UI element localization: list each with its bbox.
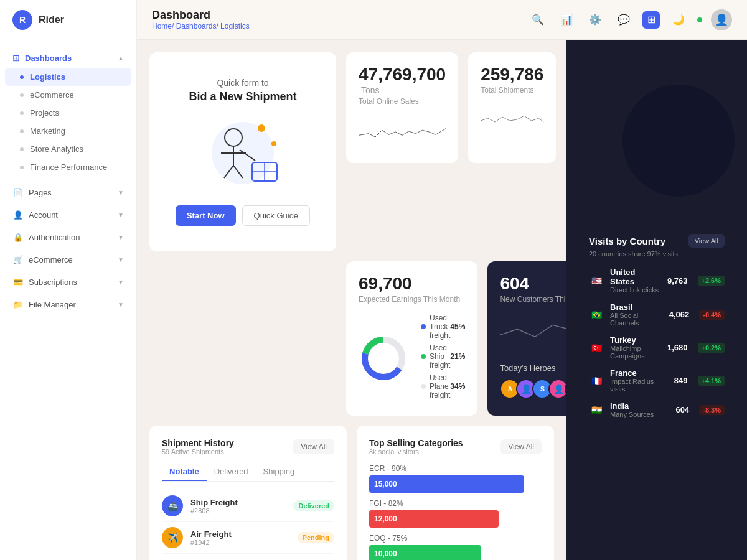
search-icon[interactable]: 🔍 — [528, 10, 548, 30]
visits-header: Visits by Country View All — [589, 234, 725, 248]
dot-marketing — [20, 129, 24, 133]
tab-delivered[interactable]: Delivered — [207, 463, 256, 481]
hero-buttons: Start Now Quick Guide — [176, 205, 310, 226]
hero-card: Quick form to Bid a New Shipment — [149, 52, 336, 251]
shipment-status-1: Pending — [298, 532, 334, 543]
country-info-tr: Turkey Mailchimp Campaigns — [610, 335, 661, 360]
nav-item-logistics[interactable]: Logistics — [5, 68, 131, 86]
logo-name: Rider — [39, 14, 64, 26]
settings-icon[interactable]: ⚙️ — [585, 10, 605, 30]
hero-svg — [193, 116, 293, 190]
country-us: 🇺🇸 United States Direct link clicks 9,76… — [589, 268, 725, 294]
sidebar-nav: ⊞ Dashboards ▲ Logistics eCommerce Proje… — [0, 40, 136, 560]
shipment-item-0: 🚢 Ship Freight #2808 Delivered — [162, 490, 334, 522]
breadcrumb: Home/ Dashboards/ Logistics — [152, 22, 250, 30]
country-visits-in: 604 — [676, 405, 690, 414]
logo-circle: R — [12, 10, 32, 30]
visits-title: Visits by Country — [589, 236, 665, 246]
flag-tr: 🇹🇷 — [589, 342, 604, 353]
dot-store-analytics — [20, 147, 24, 151]
dark-mode-toggle[interactable]: 🌙 — [669, 10, 688, 30]
account-parent[interactable]: 👤 Account ▼ — [0, 203, 136, 226]
flag-in: 🇮🇳 — [589, 404, 604, 416]
tab-shipping[interactable]: Shipping — [256, 463, 303, 481]
top-selling-subtitle: 8k social visitors — [369, 448, 463, 455]
shipment-name-1: Air Freight — [190, 530, 290, 539]
bar-track-2: 10,000 — [369, 545, 481, 560]
earnings-donut-row: Used Truck freight 45% Used Ship freight… — [359, 314, 465, 403]
total-shipments-number: 259,786 — [481, 65, 543, 84]
shipment-item-1: ✈️ Air Freight #1942 Pending — [162, 522, 334, 554]
shipment-header: Shipment History 59 Active Shipments Vie… — [162, 438, 334, 455]
country-change-br: -0.4% — [699, 310, 725, 320]
right-panel-top — [579, 52, 735, 214]
top-row: Quick form to Bid a New Shipment — [149, 52, 554, 251]
shipment-view-all-button[interactable]: View All — [293, 439, 334, 454]
ecommerce-chevron: ▼ — [118, 256, 124, 263]
dashboards-section[interactable]: ⊞ Dashboards ▲ — [0, 48, 136, 68]
start-now-button[interactable]: Start Now — [176, 205, 236, 226]
legend-truck: Used Truck freight 45% — [421, 314, 465, 340]
nav-item-marketing[interactable]: Marketing — [0, 122, 136, 140]
hero-title: Bid a New Shipment — [189, 90, 296, 103]
svg-point-2 — [271, 141, 276, 146]
bar-item-1: FGI - 82% 12,000 — [369, 499, 542, 528]
nav-item-projects[interactable]: Projects — [0, 104, 136, 122]
shipment-title: Shipment History — [162, 438, 234, 448]
earnings-label: Expected Earnings This Month — [359, 295, 465, 304]
bar-item-0: ECR - 90% 15,000 — [369, 464, 542, 493]
authentication-parent[interactable]: 🔒 Authentication ▼ — [0, 226, 136, 248]
country-visits-us: 9,763 — [667, 276, 688, 286]
shipment-status-0: Delivered — [293, 500, 334, 511]
plane-pct: 34% — [450, 382, 465, 391]
bar-label-1: FGI - 82% — [369, 499, 542, 508]
chat-icon[interactable]: 💬 — [614, 10, 634, 30]
quick-guide-button[interactable]: Quick Guide — [242, 205, 311, 226]
top-selling-view-all-button[interactable]: View All — [500, 439, 542, 454]
visits-view-all-button[interactable]: View All — [688, 234, 725, 248]
bar-value-0: 15,000 — [374, 480, 397, 488]
nav-item-store-analytics[interactable]: Store Analytics — [0, 140, 136, 158]
country-source-in: Many Sources — [610, 411, 670, 418]
earnings-card: 69,700 Expected Earnings This Month — [346, 261, 477, 416]
top-selling-card: Top Selling Categories 8k social visitor… — [357, 426, 554, 560]
dot-logistics — [20, 75, 24, 79]
nav-item-ecommerce[interactable]: eCommerce — [0, 86, 136, 104]
shipment-info-1: Air Freight #1942 — [190, 530, 290, 546]
country-change-tr: +0.2% — [698, 343, 725, 353]
pages-parent[interactable]: 📄 Pages ▼ — [0, 181, 136, 203]
chart-icon[interactable]: 📊 — [557, 10, 576, 30]
visits-card: Visits by Country View All 20 countries … — [579, 224, 735, 437]
main-area: Dashboard Home/ Dashboards/ Logistics 🔍 … — [137, 0, 747, 560]
subscriptions-parent[interactable]: 💳 Subscriptions ▼ — [0, 271, 136, 293]
country-name-tr: Turkey — [610, 335, 661, 345]
page-title: Dashboard — [152, 9, 250, 22]
ship-pct: 21% — [450, 352, 465, 361]
country-change-us: +2.6% — [698, 276, 725, 286]
tab-notable[interactable]: Notable — [162, 463, 207, 481]
subscriptions-icon: 💳 — [12, 276, 24, 287]
country-name-fr: France — [610, 368, 668, 378]
country-info-us: United States Direct link clicks — [610, 268, 661, 294]
total-sales-unit: Tons — [361, 85, 380, 95]
earnings-number: 69,700 — [359, 274, 412, 293]
file-manager-parent[interactable]: 📁 File Manager ▼ — [0, 293, 136, 315]
country-info-fr: France Impact Radius visits — [610, 368, 668, 393]
visits-subtitle: 20 countries share 97% visits — [589, 250, 725, 258]
heroes-label: Today's Heroes — [500, 363, 566, 373]
notification-dot — [697, 17, 702, 22]
subscriptions-chevron: ▼ — [118, 279, 124, 286]
user-avatar[interactable]: 👤 — [711, 9, 732, 30]
header-left: Dashboard Home/ Dashboards/ Logistics — [152, 9, 250, 30]
shipment-id-0: #2808 — [190, 507, 286, 515]
shipment-subtitle: 59 Active Shipments — [162, 448, 234, 455]
total-sales-number: 47,769,700 — [359, 65, 446, 84]
apps-grid-icon[interactable]: ⊞ — [642, 11, 660, 29]
truck-pct: 45% — [450, 322, 465, 331]
right-panel: Explore Help Buy now Visits by Country — [566, 40, 747, 560]
flag-fr: 🇫🇷 — [589, 375, 604, 386]
ecommerce-parent[interactable]: 🛒 eCommerce ▼ — [0, 248, 136, 271]
sidebar-logo: R Rider — [0, 0, 136, 40]
content-main: Quick form to Bid a New Shipment — [137, 40, 566, 560]
nav-item-finance[interactable]: Finance Performance — [0, 158, 136, 176]
